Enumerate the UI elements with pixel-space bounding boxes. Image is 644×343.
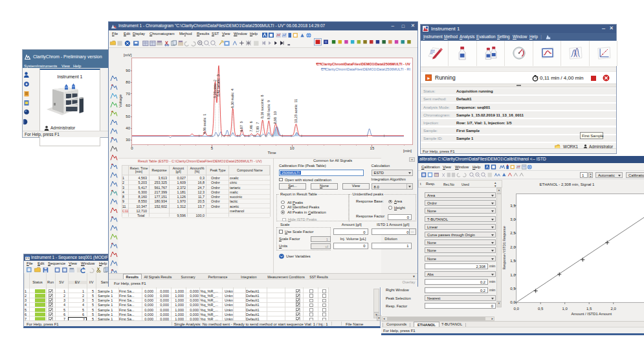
svg-text:1,0: 1,0 bbox=[562, 307, 568, 311]
svg-text:[mV]: [mV] bbox=[124, 53, 132, 57]
svg-text:C:\ClarityChrom\DataFiles\DEMO: C:\ClarityChrom\DataFiles\DEMO1\Data\250… bbox=[316, 62, 411, 66]
svg-text:3,5: 3,5 bbox=[510, 204, 516, 208]
svg-text:0,5: 0,5 bbox=[538, 307, 544, 311]
svg-text:Amount / ISTD1 Amount: Amount / ISTD1 Amount bbox=[571, 312, 612, 316]
svg-text:7,46 6: 7,46 6 bbox=[249, 121, 253, 131]
svg-text:2,5: 2,5 bbox=[510, 231, 516, 235]
svg-text:0: 0 bbox=[131, 146, 133, 150]
svg-text:60: 60 bbox=[126, 104, 130, 107]
svg-text:6,30 malic 4: 6,30 malic 4 bbox=[230, 89, 234, 108]
svg-text:Response / ISTD1 Response: Response / ISTD1 Response bbox=[502, 226, 506, 269]
svg-text:5: 5 bbox=[211, 146, 214, 150]
svg-text:15: 15 bbox=[370, 146, 375, 150]
svg-text:8,98 10: 8,98 10 bbox=[274, 111, 278, 124]
svg-text:ETHANOL - 2,308 min, Signal 1: ETHANOL - 2,308 min, Signal 1 bbox=[540, 183, 595, 186]
svg-text:1,0: 1,0 bbox=[510, 273, 516, 277]
svg-text:3,0: 3,0 bbox=[510, 217, 516, 221]
svg-text:0,0: 0,0 bbox=[510, 300, 516, 304]
svg-text:2,0: 2,0 bbox=[611, 307, 617, 311]
svg-text:1,5: 1,5 bbox=[586, 307, 592, 311]
svg-text:7,85 7: 7,85 7 bbox=[256, 122, 260, 133]
svg-text:Time: Time bbox=[267, 151, 276, 155]
svg-text:8,16 succinic 8: 8,16 succinic 8 bbox=[260, 94, 264, 118]
svg-text:50: 50 bbox=[126, 115, 130, 118]
svg-text:30: 30 bbox=[126, 138, 130, 142]
svg-text:6,87 5: 6,87 5 bbox=[239, 121, 243, 131]
svg-text:0,0: 0,0 bbox=[514, 307, 520, 311]
svg-text:10,25 acetic 11: 10,25 acetic 11 bbox=[294, 99, 298, 123]
svg-text:2,0: 2,0 bbox=[510, 245, 516, 249]
svg-text:10: 10 bbox=[290, 146, 294, 150]
svg-text:8,55 lactic 9: 8,55 lactic 9 bbox=[267, 100, 271, 120]
svg-text:70: 70 bbox=[126, 92, 130, 96]
svg-text:80: 80 bbox=[126, 80, 130, 84]
svg-text:90: 90 bbox=[126, 69, 130, 72]
svg-text:C:\ClarityChrom\DataFiles\DEMO: C:\ClarityChrom\DataFiles\DEMO1\Data\250… bbox=[321, 67, 411, 71]
svg-text:1,5: 1,5 bbox=[510, 259, 516, 263]
svg-text:Voltage: Voltage bbox=[118, 94, 122, 107]
svg-text:4,56 oxalic 1: 4,56 oxalic 1 bbox=[203, 114, 206, 134]
svg-text:5,42 tartaric 3: 5,42 tartaric 3 bbox=[216, 74, 220, 96]
svg-text:40: 40 bbox=[126, 126, 130, 130]
svg-text:[min]: [min] bbox=[403, 149, 412, 153]
svg-text:0,5: 0,5 bbox=[510, 287, 516, 291]
